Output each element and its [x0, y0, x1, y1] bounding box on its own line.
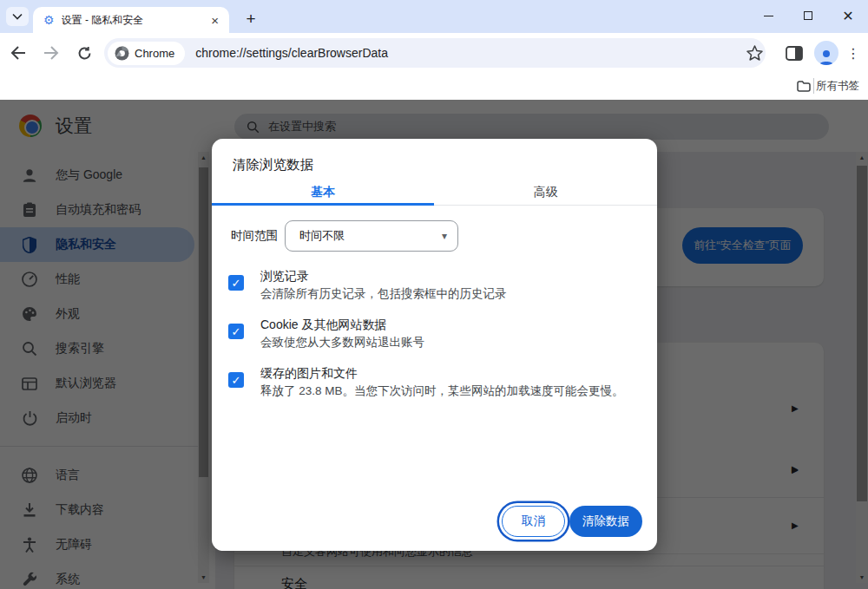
- item-desc: 会致使您从大多数网站退出账号: [260, 335, 424, 350]
- dialog-tabs: 基本 高级: [212, 180, 657, 206]
- folder-icon: [797, 81, 811, 92]
- cancel-button[interactable]: 取消: [502, 506, 565, 537]
- person-icon: [818, 49, 835, 65]
- window-maximize-button[interactable]: [788, 0, 828, 31]
- reload-button[interactable]: [71, 40, 97, 66]
- chrome-chip[interactable]: Chrome: [108, 42, 185, 65]
- item-desc: 会清除所有历史记录，包括搜索框中的历史记录: [260, 286, 507, 302]
- url-text: chrome://settings/clearBrowserData: [195, 46, 388, 60]
- item-label: Cookie 及其他网站数据: [260, 317, 386, 333]
- dropdown-caret-icon: ▾: [442, 230, 447, 242]
- time-range-value: 时间不限: [299, 228, 442, 244]
- clear-browsing-data-dialog: 清除浏览数据 基本 高级 时间范围 时间不限 ▾ ✓ 浏览记录 会清除所有历史记…: [212, 139, 657, 551]
- bookmark-star-button[interactable]: [741, 40, 767, 66]
- item-label: 缓存的图片和文件: [260, 366, 358, 382]
- tab-advanced[interactable]: 高级: [435, 180, 658, 205]
- clear-data-button[interactable]: 清除数据: [569, 506, 642, 537]
- checkbox-browsing-history[interactable]: ✓: [228, 275, 244, 291]
- checkbox-cookies[interactable]: ✓: [228, 324, 244, 339]
- forward-button[interactable]: [38, 40, 64, 66]
- active-tab-underline: [212, 203, 434, 206]
- address-bar[interactable]: Chrome chrome://settings/clearBrowserDat…: [104, 38, 766, 68]
- item-label: 浏览记录: [260, 269, 309, 285]
- bookmarks-bar: 所有书签: [0, 73, 868, 100]
- all-bookmarks-button[interactable]: 所有书签: [793, 76, 863, 95]
- menu-kebab-button[interactable]: ⋮: [840, 40, 866, 66]
- chip-label: Chrome: [135, 47, 174, 60]
- chevron-down-icon: [12, 13, 23, 20]
- browser-window: ⚙ 设置 - 隐私和安全 × + ✕ Chrome chrome://setti…: [0, 0, 868, 589]
- time-range-label: 时间范围: [231, 228, 278, 244]
- profile-avatar[interactable]: [813, 40, 839, 66]
- browser-tab[interactable]: ⚙ 设置 - 隐私和安全 ×: [33, 7, 229, 33]
- side-panel-button[interactable]: [781, 40, 807, 66]
- window-close-button[interactable]: ✕: [828, 0, 868, 31]
- time-range-select[interactable]: 时间不限 ▾: [285, 220, 458, 252]
- tab-strip: ⚙ 设置 - 隐私和安全 × + ✕: [0, 0, 868, 33]
- checkbox-cached-files[interactable]: ✓: [228, 372, 244, 388]
- browser-toolbar: Chrome chrome://settings/clearBrowserDat…: [0, 33, 868, 73]
- chrome-mono-icon: [115, 46, 129, 61]
- gear-favicon-icon: ⚙: [43, 14, 55, 26]
- tab-basic[interactable]: 基本: [212, 180, 435, 205]
- settings-page: 设置 您与 Google 自动填充和密码 隐私和安全 性能: [0, 100, 868, 589]
- dialog-title: 清除浏览数据: [233, 156, 313, 174]
- tab-close-icon[interactable]: ×: [207, 14, 222, 27]
- tab-title: 设置 - 隐私和安全: [62, 13, 208, 28]
- back-button[interactable]: [5, 40, 31, 66]
- all-bookmarks-label: 所有书签: [816, 79, 859, 94]
- new-tab-button[interactable]: +: [240, 8, 262, 30]
- window-minimize-button[interactable]: [748, 0, 788, 31]
- tab-search-button[interactable]: [6, 7, 29, 26]
- item-desc: 释放了 23.8 MB。当您下次访问时，某些网站的加载速度可能会更慢。: [260, 383, 624, 399]
